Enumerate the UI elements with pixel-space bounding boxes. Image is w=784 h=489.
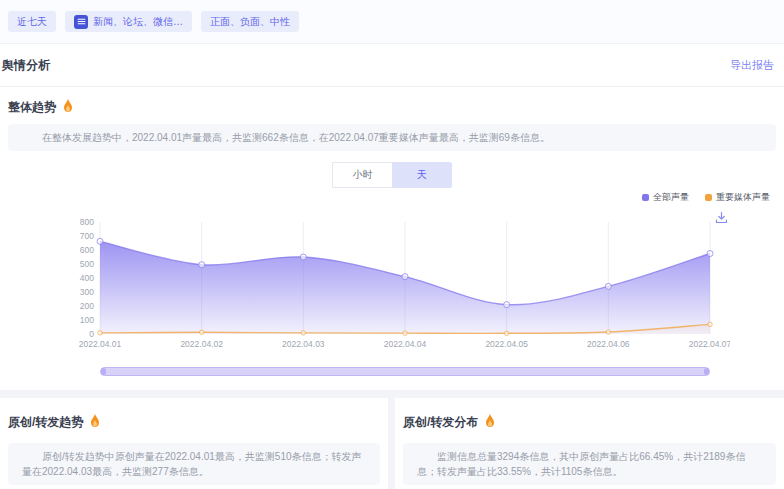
panel-header: 舆情分析 导出报告 xyxy=(0,44,784,87)
sentiment-filter-chip[interactable]: 正面、负面、中性 xyxy=(201,11,299,32)
fire-icon xyxy=(89,414,101,431)
origin-trend-card: 原创/转发趋势 原创/转发趋势中原创声量在2022.04.01最高，共监测510… xyxy=(0,398,388,489)
svg-text:2022.04.03: 2022.04.03 xyxy=(282,339,325,349)
svg-text:2022.04.04: 2022.04.04 xyxy=(384,339,427,349)
svg-text:2022.04.05: 2022.04.05 xyxy=(485,339,528,349)
origin-dist-title: 原创/转发分布 xyxy=(403,414,478,431)
legend-label-media: 重要媒体声量 xyxy=(716,191,770,204)
fire-icon xyxy=(62,99,74,116)
legend-dot-total xyxy=(642,194,649,201)
tab-day[interactable]: 天 xyxy=(392,162,452,188)
legend-item-media[interactable]: 重要媒体声量 xyxy=(705,191,770,204)
sentiment-filter-label: 正面、负面、中性 xyxy=(210,15,290,29)
svg-text:2022.04.02: 2022.04.02 xyxy=(180,339,223,349)
chart-area: 01002003004005006007008002022.04.012022.… xyxy=(8,212,776,376)
bottom-cards: 原创/转发趋势 原创/转发趋势中原创声量在2022.04.01最高，共监测510… xyxy=(0,398,784,489)
svg-text:300: 300 xyxy=(80,287,94,297)
section-title-row: 整体趋势 xyxy=(8,99,776,116)
analysis-panel: 舆情分析 导出报告 整体趋势 在整体发展趋势中，2022.04.01声量最高，共… xyxy=(0,44,784,390)
overall-trend-section: 整体趋势 在整体发展趋势中，2022.04.01声量最高，共监测662条信息，在… xyxy=(0,99,784,376)
granularity-tabs: 小时 天 xyxy=(8,162,776,188)
svg-text:100: 100 xyxy=(80,315,94,325)
date-range-label: 近七天 xyxy=(17,15,47,29)
section-title: 整体趋势 xyxy=(8,99,56,116)
origin-trend-title-row: 原创/转发趋势 xyxy=(8,414,380,431)
export-report-link[interactable]: 导出报告 xyxy=(730,58,774,73)
origin-trend-summary: 原创/转发趋势中原创声量在2022.04.01最高，共监测510条信息；转发声量… xyxy=(8,443,380,485)
slider-handle-left[interactable] xyxy=(101,368,106,375)
fire-icon xyxy=(484,414,496,431)
legend-label-total: 全部声量 xyxy=(653,191,689,204)
filter-bar: 近七天 新闻、论坛、微信… 正面、负面、中性 xyxy=(0,0,784,44)
svg-text:600: 600 xyxy=(80,245,94,255)
origin-trend-title: 原创/转发趋势 xyxy=(8,414,83,431)
origin-dist-summary: 监测信息总量3294条信息，其中原创声量占比66.45%，共计2189条信息；转… xyxy=(403,443,776,485)
svg-text:2022.04.06: 2022.04.06 xyxy=(587,339,630,349)
svg-text:400: 400 xyxy=(80,273,94,283)
tab-hour[interactable]: 小时 xyxy=(332,162,392,188)
origin-dist-card: 原创/转发分布 监测信息总量3294条信息，其中原创声量占比66.45%，共计2… xyxy=(395,398,784,489)
screen: 近七天 新闻、论坛、微信… 正面、负面、中性 舆情分析 导出报告 整体趋势 xyxy=(0,0,784,489)
source-filter-chip[interactable]: 新闻、论坛、微信… xyxy=(65,11,192,32)
svg-text:2022.04.07: 2022.04.07 xyxy=(689,339,730,349)
svg-text:2022.04.01: 2022.04.01 xyxy=(79,339,122,349)
origin-dist-title-row: 原创/转发分布 xyxy=(403,414,776,431)
source-icon xyxy=(74,15,88,29)
legend-item-total[interactable]: 全部声量 xyxy=(642,191,689,204)
trend-chart[interactable]: 01002003004005006007008002022.04.012022.… xyxy=(70,212,730,357)
date-range-chip[interactable]: 近七天 xyxy=(8,11,56,32)
legend-dot-media xyxy=(705,194,712,201)
svg-text:0: 0 xyxy=(89,329,94,339)
svg-text:500: 500 xyxy=(80,259,94,269)
data-zoom-slider[interactable] xyxy=(100,367,710,376)
trend-summary-text: 在整体发展趋势中，2022.04.01声量最高，共监测662条信息，在2022.… xyxy=(8,124,776,151)
svg-text:700: 700 xyxy=(80,231,94,241)
svg-text:800: 800 xyxy=(80,217,94,227)
download-chart-icon[interactable] xyxy=(715,210,728,228)
chart-legend: 全部声量 重要媒体声量 xyxy=(8,191,776,204)
panel-title: 舆情分析 xyxy=(2,57,50,74)
slider-handle-right[interactable] xyxy=(704,368,709,375)
source-filter-label: 新闻、论坛、微信… xyxy=(93,15,183,29)
svg-text:200: 200 xyxy=(80,301,94,311)
